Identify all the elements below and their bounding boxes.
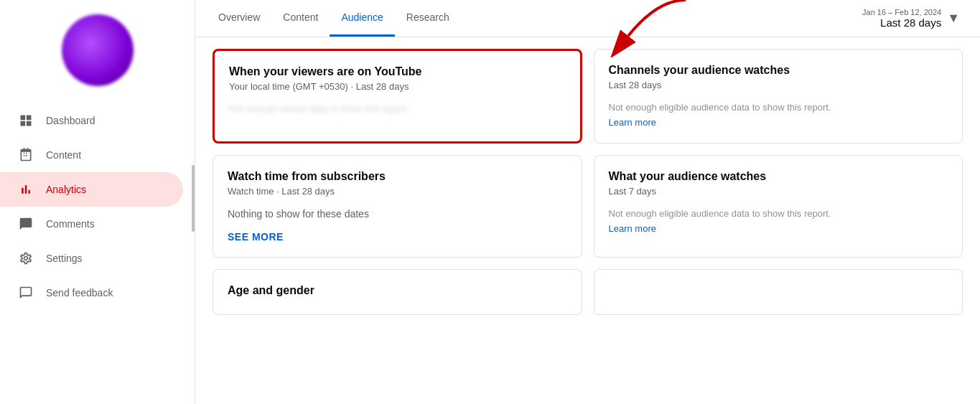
card-watch-time-see-more[interactable]: SEE MORE [228,231,567,243]
card-watch-time-nothing: Nothing to show for these dates [228,208,567,220]
sidebar-nav: Dashboard Content Analytics [0,98,195,321]
date-range-selector[interactable]: Jan 16 – Feb 12, 2024 Last 28 days ▼ [854,2,969,34]
sidebar-item-analytics-label: Analytics [46,184,86,195]
sidebar: Dashboard Content Analytics [0,0,195,404]
scroll-indicator [192,165,195,232]
feedback-icon [17,284,34,301]
tab-research[interactable]: Research [395,0,461,37]
card-watch-time-subtitle: Watch time · Last 28 days [228,186,567,197]
cards-grid: When your viewers are on YouTube Your lo… [195,37,980,404]
date-range-text: Jan 16 – Feb 12, 2024 Last 28 days [862,8,941,29]
card-watch-time-title: Watch time from subscribers [228,170,567,183]
sidebar-item-content-label: Content [46,149,81,161]
card-viewers-blurred-text: Not enough viewer data to show this repo… [229,103,566,114]
card-what-audience-learn-more[interactable]: Learn more [609,223,656,234]
tab-audience[interactable]: Audience [330,0,394,37]
card-channels-title: Channels your audience watches [609,64,948,77]
sidebar-item-dashboard-label: Dashboard [46,115,95,126]
content-icon [17,146,34,164]
sidebar-item-settings[interactable]: Settings [0,241,183,276]
date-range-value: Last 28 days [862,17,941,29]
card-age-gender: Age and gender [213,269,582,315]
card-age-gender-title: Age and gender [228,284,567,297]
sidebar-item-send-feedback-label: Send feedback [46,287,113,299]
sidebar-item-send-feedback[interactable]: Send feedback [0,276,183,310]
card-viewers-title: When your viewers are on YouTube [229,65,566,78]
card-what-audience-subtitle: Last 7 days [609,186,948,197]
analytics-icon [17,181,34,198]
tabs-bar: Overview Content Audience Research Jan 1… [195,0,980,37]
sidebar-item-comments-label: Comments [46,218,95,230]
card-channels-no-data: Not enough eligible audience data to sho… [609,102,948,113]
card-watch-time: Watch time from subscribers Watch time ·… [213,155,582,258]
comments-icon [17,215,34,232]
sidebar-item-dashboard[interactable]: Dashboard [0,103,183,138]
sidebar-item-analytics[interactable]: Analytics [0,172,183,207]
card-what-audience-title: What your audience watches [609,170,948,183]
sidebar-item-settings-label: Settings [46,253,83,264]
date-range-label: Jan 16 – Feb 12, 2024 [862,8,941,17]
main-content: Overview Content Audience Research Jan 1… [195,0,980,404]
card-viewers-subtitle: Your local time (GMT +0530) · Last 28 da… [229,81,566,92]
date-range-dropdown-icon: ▼ [947,11,960,26]
sidebar-item-comments[interactable]: Comments [0,207,183,241]
tab-content[interactable]: Content [271,0,330,37]
card-channels-subtitle: Last 28 days [609,80,948,90]
card-channels-audience: Channels your audience watches Last 28 d… [594,49,963,144]
card-channels-learn-more[interactable]: Learn more [609,117,656,128]
card-what-audience: What your audience watches Last 7 days N… [594,155,963,258]
tab-overview[interactable]: Overview [207,0,271,37]
card-viewers-on-youtube: When your viewers are on YouTube Your lo… [213,49,582,144]
sidebar-item-content[interactable]: Content [0,138,183,172]
dashboard-icon [17,112,34,129]
card-placeholder [594,269,963,315]
avatar [62,14,134,86]
settings-icon [17,250,34,267]
avatar-container [0,0,195,98]
card-what-audience-no-data: Not enough eligible audience data to sho… [609,208,948,219]
